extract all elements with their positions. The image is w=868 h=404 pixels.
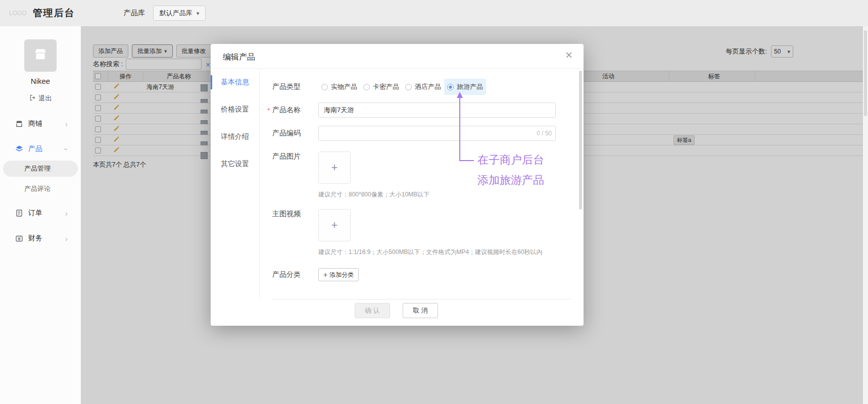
radio-hotel-product[interactable]: 酒店产品 <box>402 79 444 95</box>
shop-icon <box>15 120 23 128</box>
page-scrollbar-thumb[interactable] <box>864 30 867 116</box>
logo: LOGO <box>9 10 27 17</box>
radio-label: 酒店产品 <box>415 82 441 91</box>
close-icon[interactable]: × <box>565 49 572 61</box>
plus-icon: + <box>331 219 338 232</box>
chevron-right-icon: › <box>65 234 68 243</box>
modal-header-divider <box>211 68 584 69</box>
sidebar-item-product-manage[interactable]: 产品管理 <box>3 161 78 177</box>
radio-icon-selected <box>447 84 454 90</box>
radio-icon <box>363 84 370 90</box>
sidebar-item-orders[interactable]: 订单 › <box>0 203 81 223</box>
chevron-down-icon: › <box>62 148 71 150</box>
sidebar-item-product-comments[interactable]: 产品评论 <box>3 181 78 197</box>
add-category-label: 添加分类 <box>329 271 354 279</box>
product-library-label: 产品库 <box>124 9 145 18</box>
code-char-counter: 0 / 50 <box>514 130 552 137</box>
form-divider <box>272 299 571 299</box>
logout-button[interactable]: 退出 <box>0 94 81 103</box>
user-name: Nikee <box>0 77 81 85</box>
annotation-arrow <box>450 90 480 171</box>
main-video-label: 主图视频 <box>272 210 301 219</box>
logout-icon <box>29 94 36 103</box>
tabs-separator <box>259 68 260 299</box>
tab-price-settings[interactable]: 价格设置 <box>211 99 259 120</box>
orders-icon <box>15 209 23 217</box>
logout-label: 退出 <box>39 94 52 103</box>
sidebar-item-label: 产品 <box>28 144 42 154</box>
library-select[interactable]: 默认产品库 ▾ <box>153 6 206 21</box>
plus-icon: + <box>323 271 327 279</box>
app-title: 管理后台 <box>33 7 75 20</box>
sidebar: Nikee 退出 商铺 › 产品 › 产品管理 产品评论 订单 › <box>0 26 81 404</box>
radio-card-product[interactable]: 卡密产品 <box>360 79 402 95</box>
product-code-label: 产品编码 <box>272 129 301 138</box>
sidebar-item-label: 财务 <box>28 234 42 243</box>
sidebar-item-finance[interactable]: 财务 › <box>0 228 81 248</box>
radio-label: 卡密产品 <box>373 82 399 91</box>
modal-title: 编辑产品 <box>223 52 255 63</box>
required-mark: * <box>267 107 270 114</box>
annotation-text-line1: 在子商户后台 <box>477 153 544 168</box>
plus-icon: + <box>331 161 338 174</box>
product-name-input[interactable] <box>318 103 556 118</box>
confirm-button[interactable]: 确 认 <box>355 303 390 318</box>
product-category-label: 产品分类 <box>272 270 301 279</box>
add-category-button[interactable]: + 添加分类 <box>318 268 359 281</box>
caret-down-icon: ▾ <box>197 10 200 17</box>
store-icon <box>32 46 49 65</box>
product-type-label: 产品类型 <box>272 82 301 91</box>
annotation-text-line2: 添加旅游产品 <box>477 173 544 188</box>
product-icon <box>15 145 23 153</box>
tab-basic-info[interactable]: 基本信息 <box>211 72 259 92</box>
sidebar-subitem-label: 产品评论 <box>24 185 51 192</box>
radio-icon <box>405 84 412 90</box>
product-name-label: 产品名称 <box>272 106 301 115</box>
tab-detail-intro[interactable]: 详情介绍 <box>211 127 259 147</box>
finance-icon <box>15 234 23 242</box>
video-upload-box[interactable]: + <box>318 209 351 241</box>
radio-physical-product[interactable]: 实物产品 <box>318 79 360 95</box>
sidebar-item-label: 商铺 <box>28 119 42 128</box>
image-upload-box[interactable]: + <box>318 152 351 184</box>
app-header: LOGO 管理后台 产品库 默认产品库 ▾ <box>0 0 868 26</box>
sidebar-item-product[interactable]: 产品 › <box>0 139 81 159</box>
chevron-right-icon: › <box>65 209 68 218</box>
video-hint: 建议尺寸：1:1/16:9；大小500MB以下；文件格式为MP4；建议视频时长在… <box>318 248 542 257</box>
tab-other-settings[interactable]: 其它设置 <box>211 154 259 174</box>
sidebar-item-label: 订单 <box>28 209 42 218</box>
radio-icon <box>321 84 328 90</box>
chevron-right-icon: › <box>65 120 68 128</box>
store-avatar <box>24 39 57 72</box>
page-scrollbar[interactable] <box>863 26 868 404</box>
sidebar-subitem-label: 产品管理 <box>24 165 51 172</box>
library-select-value: 默认产品库 <box>160 9 192 18</box>
modal-scrollbar-thumb[interactable] <box>579 71 582 210</box>
cancel-button[interactable]: 取 消 <box>403 303 438 318</box>
product-image-label: 产品图片 <box>272 152 301 161</box>
radio-label: 实物产品 <box>331 82 357 91</box>
image-hint: 建议尺寸：800*800像素；大小10MB以下 <box>318 190 429 199</box>
sidebar-item-shop[interactable]: 商铺 › <box>0 114 81 134</box>
